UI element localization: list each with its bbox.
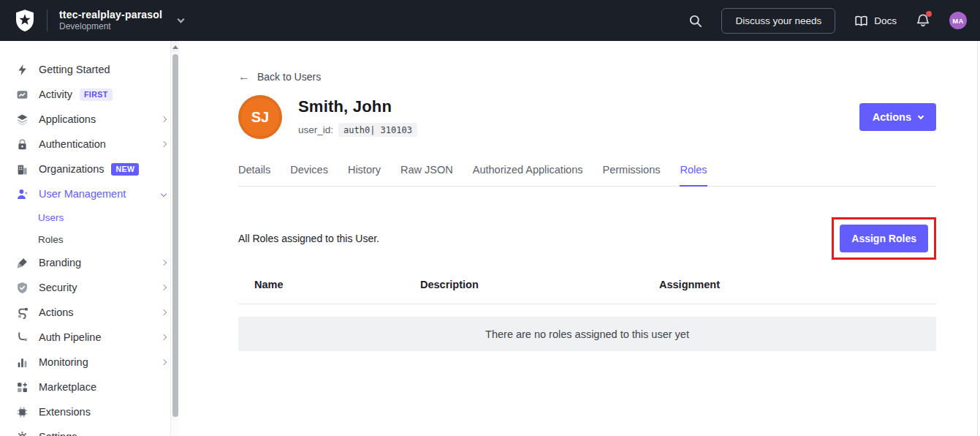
tenant-environment: Development bbox=[59, 21, 162, 32]
sidebar-item-security[interactable]: Security bbox=[0, 275, 179, 300]
sidebar-subitem-roles[interactable]: Roles bbox=[0, 228, 179, 250]
sidebar-subitem-label: Users bbox=[38, 212, 64, 223]
docs-label: Docs bbox=[874, 15, 897, 26]
back-link-label: Back to Users bbox=[257, 71, 321, 83]
sidebar-scrollbar[interactable] bbox=[170, 41, 179, 436]
sidebar-item-label: Auth Pipeline bbox=[39, 331, 101, 343]
sidebar-item-label: Applications bbox=[39, 113, 96, 125]
sidebar-scrollbar-thumb[interactable] bbox=[172, 54, 178, 417]
chevron-right-icon bbox=[161, 116, 167, 122]
tab-roles[interactable]: Roles bbox=[680, 164, 707, 187]
roles-table: Name Description Assignment There are no… bbox=[238, 279, 936, 351]
sidebar-item-label: Settings bbox=[39, 431, 77, 436]
search-button[interactable] bbox=[688, 14, 702, 28]
sidebar-subitem-users[interactable]: Users bbox=[0, 206, 179, 228]
actions-button-label: Actions bbox=[873, 111, 911, 123]
sidebar-item-authentication[interactable]: Authentication bbox=[0, 132, 179, 157]
topbar-divider bbox=[47, 10, 48, 31]
sidebar-item-label: Activity bbox=[39, 89, 72, 100]
discuss-your-needs-button[interactable]: Discuss your needs bbox=[721, 8, 835, 34]
sidebar-item-label: Extensions bbox=[39, 406, 91, 418]
sidebar-item-user-management[interactable]: User Management bbox=[0, 181, 179, 206]
notification-badge-dot bbox=[926, 11, 932, 17]
chevron-down-icon bbox=[161, 191, 167, 197]
sidebar-item-label: Branding bbox=[39, 257, 81, 268]
tab-details[interactable]: Details bbox=[238, 164, 270, 186]
assign-roles-button[interactable]: Assign Roles bbox=[840, 225, 928, 252]
user-id-label: user_id: bbox=[298, 124, 333, 135]
column-header-name: Name bbox=[254, 279, 420, 290]
chevron-right-icon bbox=[161, 260, 167, 266]
annotation-highlight-box: Assign Roles bbox=[832, 217, 936, 260]
tab-permissions[interactable]: Permissions bbox=[603, 164, 661, 186]
new-badge: NEW bbox=[111, 163, 139, 176]
docs-link[interactable]: Docs bbox=[854, 15, 897, 27]
column-header-assignment: Assignment bbox=[659, 279, 936, 290]
applications-stack-icon bbox=[16, 113, 29, 126]
first-badge: FIRST bbox=[80, 89, 113, 101]
actions-flow-icon bbox=[16, 307, 29, 319]
sidebar-item-label: Actions bbox=[39, 307, 74, 318]
pipeline-icon bbox=[16, 331, 29, 344]
user-management-icon bbox=[16, 188, 29, 200]
chevron-down-icon bbox=[918, 113, 924, 119]
tab-raw-json[interactable]: Raw JSON bbox=[400, 164, 453, 186]
sidebar-item-activity[interactable]: Activity FIRST bbox=[0, 82, 179, 107]
sidebar-subitem-label: Roles bbox=[38, 234, 64, 245]
sidebar-nav: Getting Started Activity FIRST Applicati… bbox=[0, 41, 179, 436]
auth0-logo-icon[interactable] bbox=[13, 9, 37, 32]
sidebar-item-label: Getting Started bbox=[39, 64, 110, 75]
chevron-right-icon bbox=[161, 141, 167, 147]
chevron-right-icon bbox=[161, 285, 167, 290]
shield-check-icon bbox=[16, 282, 29, 294]
book-icon bbox=[854, 15, 868, 27]
sidebar-item-marketplace[interactable]: Marketplace bbox=[0, 375, 179, 399]
marketplace-grid-icon bbox=[16, 381, 29, 394]
organizations-building-icon bbox=[16, 163, 29, 176]
sidebar-item-label: Organizations bbox=[39, 163, 104, 175]
sidebar-item-organizations[interactable]: Organizations NEW bbox=[0, 157, 179, 181]
sidebar-item-monitoring[interactable]: Monitoring bbox=[0, 350, 179, 375]
lock-icon bbox=[16, 138, 29, 151]
user-avatar: SJ bbox=[238, 95, 282, 139]
user-name-heading: Smith, John bbox=[298, 97, 417, 116]
sidebar-item-label: Monitoring bbox=[39, 356, 88, 368]
bolt-icon bbox=[16, 64, 29, 76]
search-icon bbox=[688, 14, 702, 28]
sidebar-item-branding[interactable]: Branding bbox=[0, 250, 179, 275]
gear-icon bbox=[16, 431, 29, 436]
sidebar-item-label: Marketplace bbox=[39, 381, 96, 393]
sidebar-item-applications[interactable]: Applications bbox=[0, 107, 179, 132]
bar-chart-icon bbox=[16, 356, 29, 369]
sidebar-item-extensions[interactable]: Extensions bbox=[0, 399, 179, 424]
tenant-switcher[interactable]: ttec-realplay-parasol Development bbox=[59, 9, 162, 33]
user-id-value: auth0| 310103 bbox=[338, 123, 417, 137]
tenant-name: ttec-realplay-parasol bbox=[59, 9, 162, 22]
tab-history[interactable]: History bbox=[348, 164, 381, 186]
roles-description: All Roles assigned to this User. bbox=[238, 233, 379, 244]
tab-authorized-applications[interactable]: Authorized Applications bbox=[473, 164, 583, 186]
sidebar-item-actions[interactable]: Actions bbox=[0, 300, 179, 325]
chevron-down-icon[interactable] bbox=[178, 16, 185, 23]
paintbrush-icon bbox=[16, 257, 29, 269]
extensions-chip-icon bbox=[16, 406, 29, 418]
user-detail-tabs: Details Devices History Raw JSON Authori… bbox=[238, 164, 936, 187]
main-content: ← Back to Users SJ Smith, John user_id: … bbox=[179, 41, 980, 436]
sidebar-item-auth-pipeline[interactable]: Auth Pipeline bbox=[0, 325, 179, 350]
window-scrollbar-track bbox=[977, 41, 978, 436]
chevron-right-icon bbox=[161, 309, 167, 315]
sidebar-item-getting-started[interactable]: Getting Started bbox=[0, 57, 179, 82]
chevron-right-icon bbox=[161, 359, 167, 365]
sidebar-item-settings[interactable]: Settings bbox=[0, 424, 179, 436]
empty-state-message: There are no roles assigned to this user… bbox=[238, 317, 936, 351]
notifications-button[interactable] bbox=[916, 13, 930, 28]
back-arrow-icon: ← bbox=[238, 70, 250, 83]
user-profile-header: SJ Smith, John user_id: auth0| 310103 Ac… bbox=[238, 95, 936, 139]
back-to-users-link[interactable]: ← Back to Users bbox=[238, 70, 321, 83]
account-avatar[interactable]: MA bbox=[949, 12, 967, 29]
sidebar-item-label: Security bbox=[39, 282, 77, 293]
tab-devices[interactable]: Devices bbox=[290, 164, 328, 186]
column-header-description: Description bbox=[420, 279, 659, 290]
actions-button[interactable]: Actions bbox=[859, 103, 936, 131]
scrollbar-up-arrow[interactable] bbox=[171, 41, 179, 53]
